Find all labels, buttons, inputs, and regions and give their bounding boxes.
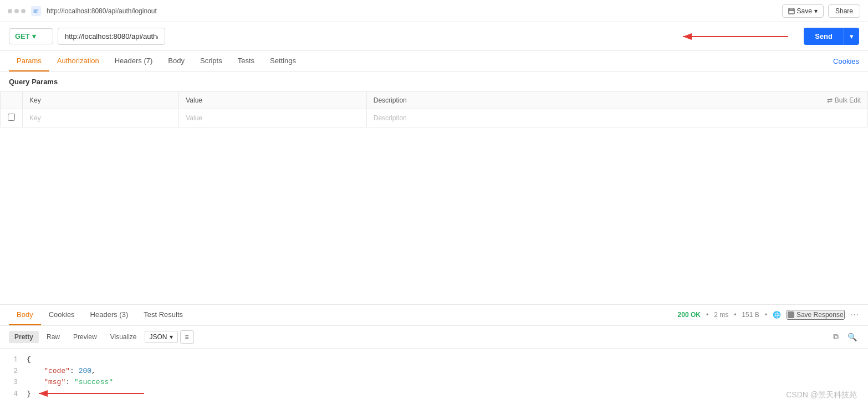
request-tabs: Params Authorization Headers (7) Body Sc… — [9, 51, 304, 71]
status-separator-2: • — [734, 311, 736, 319]
dot-1 — [8, 9, 12, 13]
description-label: Description — [374, 96, 407, 104]
url-arrow-annotation — [677, 28, 788, 45]
format-pretty-label: Pretty — [14, 333, 33, 341]
tab-headers[interactable]: Headers (7) — [107, 51, 161, 71]
tab-body-label: Body — [168, 57, 185, 65]
response-section: Body Cookies Headers (3) Test Results 20… — [0, 304, 868, 409]
code-line-1: 1 { — [9, 354, 859, 366]
table-row: Key Value Description — [1, 109, 868, 127]
url-wrapper — [58, 28, 799, 45]
response-tabs-bar: Body Cookies Headers (3) Test Results 20… — [0, 305, 868, 326]
wrap-button[interactable]: ≡ — [180, 330, 194, 344]
format-bar: Pretty Raw Preview Visualize JSON ▾ ≡ ⧉ … — [0, 326, 868, 349]
save-button[interactable]: Save ▾ — [782, 4, 824, 18]
format-dropdown-label: JSON — [150, 333, 167, 341]
tab-body[interactable]: Body — [160, 51, 192, 71]
key-col-header: Key — [23, 92, 179, 109]
row-key-cell[interactable]: Key — [23, 109, 179, 127]
row-desc-cell[interactable]: Description — [366, 109, 867, 127]
response-tab-test-results[interactable]: Test Results — [136, 305, 191, 325]
response-time: 2 ms — [714, 311, 728, 319]
response-tab-cookies-label: Cookies — [49, 310, 75, 319]
response-tab-body-label: Body — [17, 310, 33, 319]
tab-params[interactable]: Params — [9, 51, 49, 71]
wrap-icon: ≡ — [185, 333, 189, 341]
response-tab-body[interactable]: Body — [9, 305, 41, 325]
row-value-cell[interactable]: Value — [179, 109, 367, 127]
code-content-1: { — [27, 354, 31, 366]
value-col-header: Value — [179, 92, 367, 109]
tab-tests[interactable]: Tests — [230, 51, 262, 71]
status-ok: 200 OK — [678, 311, 701, 319]
code-content-4: } — [27, 388, 31, 400]
response-size: 151 B — [742, 311, 759, 319]
response-tab-headers[interactable]: Headers (3) — [83, 305, 136, 325]
tab-title: http://localhost:8080/api/auth/loginout — [47, 7, 157, 15]
line-num-4: 4 — [9, 388, 18, 400]
format-bar-right: ⧉ 🔍 — [831, 331, 859, 342]
search-response-button[interactable]: 🔍 — [845, 331, 859, 342]
format-dropdown[interactable]: JSON ▾ — [145, 331, 178, 343]
response-tabs: Body Cookies Headers (3) Test Results — [9, 305, 191, 325]
bulk-edit-label: Bulk Edit — [835, 96, 861, 104]
copy-button[interactable]: ⧉ — [831, 331, 841, 342]
send-dropdown-icon: ▾ — [850, 32, 854, 40]
tab-authorization-label: Authorization — [57, 57, 99, 65]
tab-headers-label: Headers (7) — [115, 57, 153, 65]
tab-authorization[interactable]: Authorization — [49, 51, 107, 71]
title-bar-right: Save ▾ Share — [782, 4, 860, 18]
svg-rect-1 — [790, 8, 793, 10]
response-tab-cookies[interactable]: Cookies — [41, 305, 83, 325]
share-button[interactable]: Share — [828, 4, 860, 18]
send-dropdown-button[interactable]: ▾ — [844, 28, 859, 45]
save-chevron-icon: ▾ — [814, 7, 818, 15]
send-label: Send — [815, 32, 833, 40]
share-label: Share — [835, 7, 853, 15]
format-preview-label: Preview — [73, 333, 97, 341]
tab-scripts[interactable]: Scripts — [192, 51, 230, 71]
svg-rect-2 — [789, 11, 794, 13]
tab-settings[interactable]: Settings — [262, 51, 304, 71]
line-num-2: 2 — [9, 366, 18, 377]
row-checkbox-input[interactable] — [8, 114, 15, 121]
tab-params-label: Params — [17, 57, 42, 65]
format-raw-label: Raw — [47, 333, 60, 341]
spacer — [0, 127, 868, 304]
tab-tests-label: Tests — [238, 57, 254, 65]
tab-settings-label: Settings — [270, 57, 296, 65]
save-response-button[interactable]: Save Response — [787, 310, 845, 320]
method-select[interactable]: GET ▾ — [9, 28, 53, 44]
title-bar: http://localhost:8080/api/auth/loginout … — [0, 0, 868, 22]
format-pretty-button[interactable]: Pretty — [9, 331, 39, 343]
code-content-2: "code": 200, — [27, 366, 96, 377]
checkbox-col-header — [1, 92, 23, 109]
cookies-label: Cookies — [833, 57, 859, 65]
more-options-button[interactable]: ··· — [850, 310, 859, 320]
value-placeholder: Value — [186, 114, 202, 122]
url-input[interactable] — [58, 28, 165, 45]
method-chevron-icon: ▾ — [32, 32, 36, 40]
format-visualize-button[interactable]: Visualize — [105, 331, 142, 343]
tab-scripts-label: Scripts — [200, 57, 222, 65]
format-preview-button[interactable]: Preview — [68, 331, 103, 343]
desc-placeholder: Description — [374, 114, 407, 122]
bulk-edit-icon: ⇄ — [827, 96, 833, 104]
dot-2 — [14, 9, 19, 13]
title-bar-left: http://localhost:8080/api/auth/loginout — [8, 6, 157, 16]
status-separator-3: • — [765, 311, 767, 319]
tab-icon — [31, 6, 41, 16]
row-checkbox[interactable] — [1, 109, 23, 127]
response-tab-test-results-label: Test Results — [144, 310, 183, 319]
code-content-3: "msg": "success" — [27, 377, 113, 388]
format-raw-button[interactable]: Raw — [41, 331, 65, 343]
send-main-button[interactable]: Send — [804, 28, 844, 45]
cookies-link[interactable]: Cookies — [833, 52, 859, 71]
params-table: Key Value Description ⇄ Bulk Edit — [0, 91, 868, 127]
bulk-edit-button[interactable]: ⇄ Bulk Edit — [827, 96, 861, 104]
dot-3 — [21, 9, 25, 13]
send-button-group[interactable]: Send ▾ — [804, 28, 859, 45]
format-dropdown-icon: ▾ — [170, 333, 173, 341]
code-line-2: 2 "code": 200, — [9, 366, 859, 377]
method-label: GET — [15, 32, 30, 40]
